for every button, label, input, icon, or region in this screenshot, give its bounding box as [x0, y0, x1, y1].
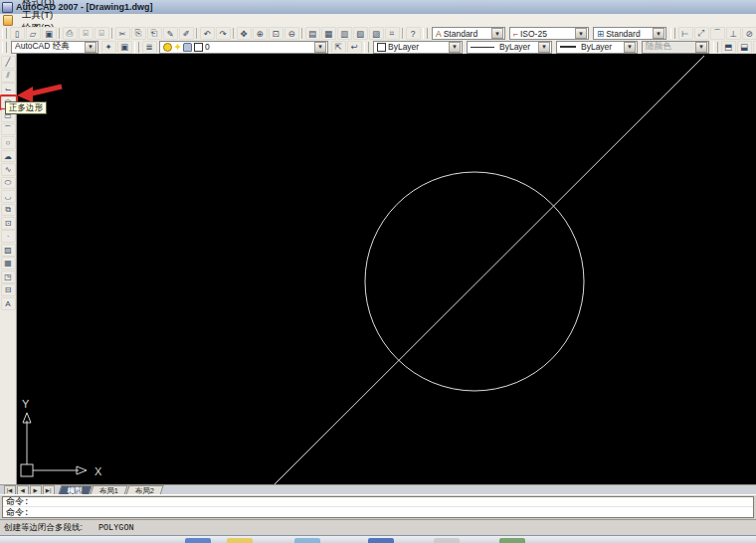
- tool-palettes-button[interactable]: ▥: [337, 27, 352, 40]
- menu-item-5[interactable]: 格式(O): [17, 0, 65, 8]
- drawn-circle[interactable]: [365, 172, 584, 391]
- save-file-button[interactable]: ▣: [42, 27, 57, 40]
- ordinate-dimension-button[interactable]: ⊥: [726, 27, 741, 40]
- make-object-layer-current-button[interactable]: ⇱: [331, 41, 346, 54]
- save-workspace-button[interactable]: ▣: [117, 41, 132, 54]
- table-button[interactable]: ⊟: [1, 283, 16, 296]
- revision-cloud-button[interactable]: ☁: [1, 150, 16, 163]
- cut-clip-button[interactable]: ✂: [115, 27, 130, 40]
- layer-freeze-sun-icon[interactable]: [174, 44, 181, 51]
- gradient-button[interactable]: ▦: [1, 257, 16, 270]
- zoom-window-button[interactable]: ⊡: [269, 27, 284, 40]
- taskbar-app-icon[interactable]: [294, 538, 320, 543]
- table-style-combo[interactable]: ⊞Standard ▼: [593, 27, 666, 40]
- layer-previous-button[interactable]: ↩: [347, 41, 362, 54]
- chevron-down-icon[interactable]: ▼: [575, 28, 587, 39]
- command-input-area[interactable]: 命令:命令:: [2, 496, 754, 518]
- toolbar-grip[interactable]: [134, 42, 139, 53]
- chevron-down-icon[interactable]: ▼: [538, 42, 550, 53]
- toolbar-grip[interactable]: [423, 28, 428, 39]
- aligned-dimension-button[interactable]: ⤢: [694, 27, 709, 40]
- menu-item-6[interactable]: 工具(T): [17, 8, 65, 21]
- multiline-text-button[interactable]: A: [1, 297, 16, 310]
- designcenter-button[interactable]: ▦: [321, 27, 336, 40]
- radius-dimension-button[interactable]: ⊘: [742, 27, 756, 40]
- point-button[interactable]: ·: [1, 230, 16, 243]
- undo-button[interactable]: ↶: [200, 27, 215, 40]
- block-editor-button[interactable]: ✐: [179, 27, 194, 40]
- chevron-down-icon[interactable]: ▼: [491, 28, 503, 39]
- toolbar-grip[interactable]: [713, 42, 718, 53]
- linetype-combo[interactable]: ByLayer ▼: [467, 41, 552, 54]
- sheet-set-manager-button[interactable]: ▧: [353, 27, 368, 40]
- zoom-realtime-button[interactable]: ⊕: [253, 27, 268, 40]
- help-button[interactable]: ?: [406, 27, 421, 40]
- chevron-down-icon[interactable]: ▼: [449, 42, 461, 53]
- toolbar-grip[interactable]: [364, 42, 369, 53]
- draw-order-send-to-back-button[interactable]: ⬓: [737, 41, 752, 54]
- command-history-line[interactable]: 命令:: [3, 497, 753, 507]
- circle-button[interactable]: ○: [1, 136, 16, 149]
- ellipse-arc-button[interactable]: ◡: [1, 190, 16, 203]
- workspace-settings-button[interactable]: ✦: [101, 41, 116, 54]
- document-icon[interactable]: [3, 15, 13, 26]
- copy-clip-button[interactable]: ⎘: [131, 27, 146, 40]
- new-file-button[interactable]: ▯: [10, 27, 25, 40]
- ellipse-button[interactable]: ⬭: [1, 177, 16, 190]
- line-button[interactable]: ╱: [1, 56, 16, 69]
- chevron-down-icon[interactable]: ▼: [314, 42, 326, 53]
- text-style-combo[interactable]: AStandard ▼: [432, 27, 505, 40]
- quickcalc-button[interactable]: ⌗: [385, 27, 400, 40]
- chevron-down-icon[interactable]: ▼: [85, 42, 96, 53]
- paste-clip-button[interactable]: ⎗: [147, 27, 162, 40]
- taskbar-app-icon[interactable]: [434, 538, 460, 543]
- dim-style-combo[interactable]: ⌐ISO-25 ▼: [509, 27, 589, 40]
- region-button[interactable]: ◳: [1, 271, 16, 283]
- color-combo[interactable]: ByLayer ▼: [373, 41, 463, 54]
- zoom-previous-button[interactable]: ⊖: [284, 27, 299, 40]
- toolbar-separator: [402, 28, 403, 39]
- layer-combo[interactable]: 0 ▼: [159, 41, 328, 54]
- draw-order-bring-to-front-button[interactable]: ⬒: [721, 41, 736, 54]
- ucs-icon: Y X: [21, 398, 102, 477]
- publish-button[interactable]: ⌺: [94, 27, 109, 40]
- pan-realtime-button[interactable]: ✥: [237, 27, 252, 40]
- taskbar-app-icon[interactable]: [227, 538, 253, 543]
- spline-button[interactable]: ∿: [1, 163, 16, 176]
- layer-lock-icon[interactable]: [183, 43, 192, 52]
- chevron-down-icon[interactable]: ▼: [624, 42, 636, 53]
- linear-dimension-button[interactable]: ⊢: [678, 27, 693, 40]
- construction-line-button[interactable]: ⫽: [1, 70, 16, 83]
- layer-on-bulb-icon[interactable]: [163, 43, 172, 52]
- redo-button[interactable]: ↷: [216, 27, 231, 40]
- plot-preview-button[interactable]: ⌻: [79, 27, 94, 40]
- open-file-button[interactable]: ▱: [26, 27, 41, 40]
- taskbar-app-icon[interactable]: [185, 538, 211, 543]
- toolbar-grip[interactable]: [670, 28, 675, 39]
- toolbar-grip[interactable]: [2, 42, 7, 53]
- windows-taskbar[interactable]: [0, 535, 756, 543]
- plot-button[interactable]: ⎙: [63, 27, 78, 40]
- hatch-button[interactable]: ▨: [1, 244, 16, 257]
- workspace-combo[interactable]: AutoCAD 经典 ▼: [11, 41, 98, 54]
- chevron-down-icon[interactable]: ▼: [653, 28, 664, 39]
- match-properties-button[interactable]: ✎: [163, 27, 178, 40]
- model-canvas[interactable]: Y X: [17, 54, 756, 484]
- layer-color-swatch[interactable]: [194, 43, 203, 52]
- layer-properties-manager-button[interactable]: ≣: [142, 41, 157, 54]
- drawn-line[interactable]: [275, 56, 704, 484]
- markup-set-manager-button[interactable]: ▨: [369, 27, 384, 40]
- taskbar-app-icon[interactable]: [368, 538, 394, 543]
- toolbar-grip[interactable]: [2, 28, 7, 39]
- arc-length-dimension-button[interactable]: ⌒: [710, 27, 725, 40]
- insert-block-button[interactable]: ⧉: [1, 204, 16, 217]
- command-input-line[interactable]: 命令:: [3, 507, 753, 517]
- properties-palette-button[interactable]: ▤: [305, 27, 320, 40]
- taskbar-app-icon[interactable]: [499, 538, 525, 543]
- lineweight-combo[interactable]: ByLayer ▼: [556, 41, 638, 54]
- polyline-button[interactable]: ⌙: [1, 83, 16, 95]
- draw-order-bring-above-button[interactable]: ⬔: [753, 41, 756, 54]
- plot-icon: ⎙: [67, 28, 74, 39]
- arc-button[interactable]: ⌒: [1, 123, 16, 136]
- make-block-button[interactable]: ⊡: [1, 217, 16, 230]
